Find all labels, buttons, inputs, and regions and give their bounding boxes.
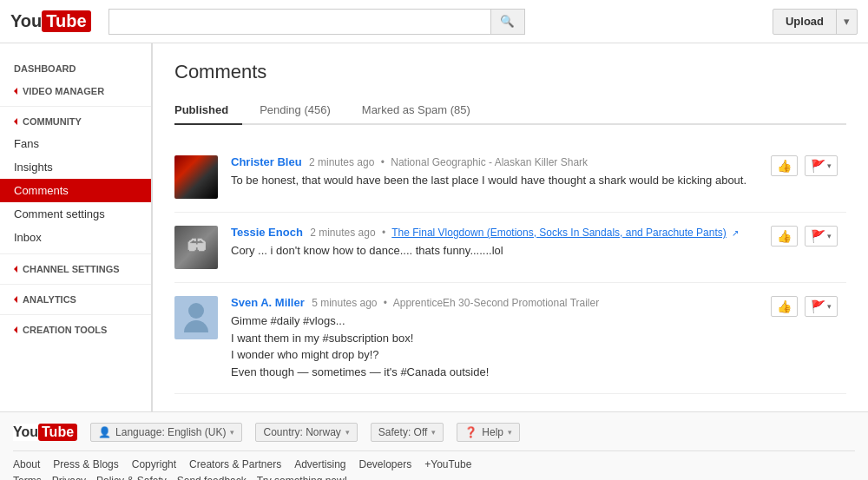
comment-author-1[interactable]: Christer Bleu	[231, 155, 302, 168]
footer: YouTube 👤 Language: English (UK) ▾ Count…	[0, 411, 868, 480]
footer-logo[interactable]: YouTube	[13, 424, 77, 441]
comment-time-1: 2 minutes ago	[309, 156, 374, 168]
footer-secondary-links: Terms Privacy Policy & Safety Send feedb…	[13, 475, 855, 480]
comment-bullet-3: •	[384, 297, 387, 309]
flag-arrow-2: ▾	[827, 232, 832, 240]
footer-language-selector[interactable]: 👤 Language: English (UK) ▾	[90, 423, 242, 442]
flag-button-3[interactable]: 🚩 ▾	[805, 296, 838, 317]
external-link-icon-2: ↗	[732, 228, 739, 238]
avatar-image-2: 🕶	[174, 226, 218, 269]
footer-link-try-new[interactable]: Try something new!	[257, 475, 347, 480]
like-button-1[interactable]: 👍	[771, 155, 798, 176]
comment-video-2[interactable]: The Final Vlogdown (Emotions, Socks In S…	[391, 227, 727, 239]
avatar-image-1	[174, 155, 218, 199]
flag-icon-3: 🚩	[811, 299, 825, 313]
comment-author-2[interactable]: Tessie Enoch	[231, 226, 303, 239]
sidebar-item-channel-settings[interactable]: CHANNEL SETTINGS	[0, 259, 151, 279]
comment-video-1: National Geographic - Alaskan Killer Sha…	[391, 156, 588, 168]
footer-link-about[interactable]: About	[13, 458, 40, 470]
youtube-logo[interactable]: YouTube	[10, 10, 91, 32]
sidebar-item-creation-tools[interactable]: CREATION TOOLS	[0, 319, 151, 340]
avatar-head-3	[188, 303, 204, 319]
logo-you: You	[10, 11, 42, 31]
search-icon: 🔍	[500, 15, 515, 28]
comment-item-1: Christer Bleu 2 minutes ago • National G…	[174, 142, 846, 213]
footer-link-press-blogs[interactable]: Press & Blogs	[53, 458, 118, 470]
help-arrow-icon: ▾	[508, 428, 512, 437]
footer-link-advertising[interactable]: Advertising	[294, 458, 345, 470]
thumbs-up-icon-3: 👍	[777, 299, 792, 313]
flag-button-1[interactable]: 🚩 ▾	[805, 155, 838, 176]
sidebar-fans-label: Fans	[14, 137, 39, 150]
sidebar-item-inbox[interactable]: Inbox	[0, 226, 151, 249]
search-input[interactable]	[108, 9, 490, 35]
footer-logo-you: You	[13, 424, 38, 440]
comment-meta-1: Christer Bleu 2 minutes ago • National G…	[231, 155, 846, 168]
footer-link-terms[interactable]: Terms	[13, 475, 42, 480]
comment-bullet-1: •	[381, 156, 385, 168]
sidebar-analytics-label: ANALYTICS	[23, 294, 76, 305]
sidebar-channel-settings-label: CHANNEL SETTINGS	[23, 264, 120, 274]
upload-arrow-icon: ▾	[837, 10, 857, 34]
flag-icon-1: 🚩	[811, 159, 825, 173]
footer-link-copyright[interactable]: Copyright	[132, 458, 176, 470]
like-button-3[interactable]: 👍	[771, 296, 798, 317]
like-button-2[interactable]: 👍	[771, 226, 798, 247]
tab-published[interactable]: Published	[174, 96, 242, 125]
community-arrow-icon	[14, 118, 17, 125]
person-icon: 👤	[98, 426, 111, 438]
sidebar-item-analytics[interactable]: ANALYTICS	[0, 289, 151, 310]
main-layout: DASHBOARD VIDEO MANAGER COMMUNITY Fans I…	[0, 43, 868, 411]
footer-help-label: Help	[482, 426, 503, 438]
footer-safety-selector[interactable]: Safety: Off ▾	[371, 423, 444, 442]
sidebar-item-dashboard[interactable]: DASHBOARD	[0, 56, 151, 81]
footer-country-selector[interactable]: Country: Norway ▾	[255, 423, 357, 442]
sidebar-comment-settings-label: Comment settings	[14, 207, 105, 220]
footer-link-plus-youtube[interactable]: +YouTube	[424, 458, 471, 470]
comment-body-2: Tessie Enoch 2 minutes ago • The Final V…	[231, 226, 846, 260]
footer-link-developers[interactable]: Developers	[359, 458, 412, 470]
sidebar-item-video-manager[interactable]: VIDEO MANAGER	[0, 81, 151, 102]
flag-arrow-1: ▾	[827, 161, 832, 170]
comment-bullet-2: •	[382, 227, 385, 239]
thumbs-up-icon-1: 👍	[777, 159, 792, 173]
sidebar-item-insights[interactable]: Insights	[0, 155, 151, 179]
comment-time-3: 5 minutes ago	[312, 297, 377, 309]
comment-actions-1: 👍 🚩 ▾	[771, 155, 838, 176]
sidebar-item-fans[interactable]: Fans	[0, 132, 151, 155]
sidebar: DASHBOARD VIDEO MANAGER COMMUNITY Fans I…	[0, 43, 152, 411]
footer-link-privacy[interactable]: Privacy	[52, 475, 86, 480]
sidebar-item-community[interactable]: COMMUNITY	[0, 111, 151, 132]
sidebar-dashboard-label: DASHBOARD	[14, 63, 76, 74]
avatar-body-3	[184, 320, 208, 332]
footer-link-send-feedback[interactable]: Send feedback	[177, 475, 247, 480]
upload-button[interactable]: Upload ▾	[773, 9, 858, 35]
comment-author-3[interactable]: Sven A. Miller	[231, 296, 305, 309]
footer-logo-tube: Tube	[38, 424, 77, 441]
footer-link-policy-safety[interactable]: Policy & Safety	[96, 475, 167, 480]
sidebar-item-comment-settings[interactable]: Comment settings	[0, 202, 151, 226]
comment-meta-3: Sven A. Miller 5 minutes ago • Apprentic…	[231, 296, 846, 309]
sidebar-item-comments[interactable]: Comments	[0, 179, 151, 202]
flag-icon-2: 🚩	[811, 229, 825, 243]
footer-help-selector[interactable]: ❓ Help ▾	[457, 423, 520, 442]
comment-item-2: 🕶 Tessie Enoch 2 minutes ago • The Final…	[174, 213, 846, 283]
main-content: Comments Published Pending (456) Marked …	[152, 43, 868, 411]
thumbs-up-icon-2: 👍	[777, 229, 792, 243]
tab-spam[interactable]: Marked as Spam (85)	[362, 96, 484, 125]
country-arrow-icon: ▾	[345, 428, 350, 437]
help-icon: ❓	[464, 426, 477, 438]
sidebar-comments-label: Comments	[14, 184, 69, 197]
footer-link-creators-partners[interactable]: Creators & Partners	[189, 458, 281, 470]
safety-arrow-icon: ▾	[431, 428, 436, 437]
channel-settings-arrow-icon	[14, 266, 17, 273]
tab-pending[interactable]: Pending (456)	[260, 96, 345, 125]
page-title: Comments	[174, 61, 846, 83]
search-button[interactable]: 🔍	[490, 9, 525, 35]
flag-button-2[interactable]: 🚩 ▾	[805, 226, 838, 247]
sidebar-community-label: COMMUNITY	[23, 116, 82, 127]
upload-label: Upload	[773, 10, 837, 34]
sidebar-video-manager-label: VIDEO MANAGER	[23, 86, 104, 96]
creation-tools-arrow-icon	[14, 326, 17, 333]
comment-body-3: Sven A. Miller 5 minutes ago • Apprentic…	[231, 296, 846, 380]
